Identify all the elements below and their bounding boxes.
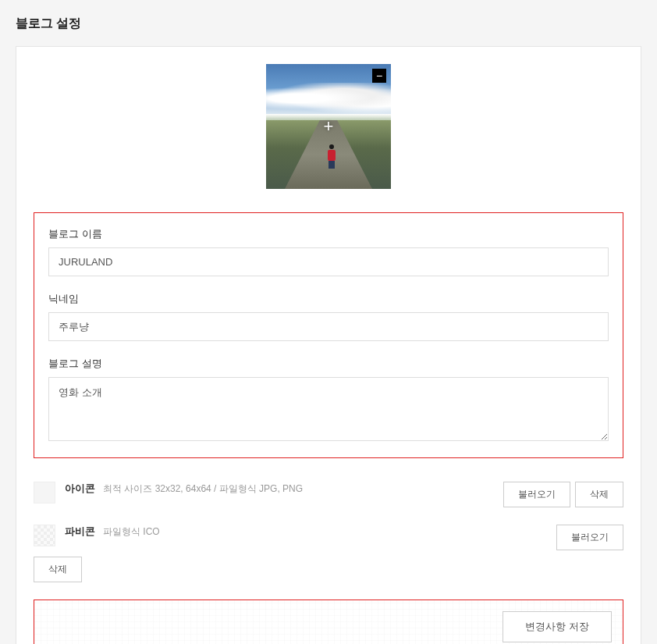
nickname-label: 닉네임 bbox=[48, 292, 609, 306]
icon-hint: 최적 사이즈 32x32, 64x64 / 파일형식 JPG, PNG bbox=[103, 482, 303, 496]
favicon-row: 파비콘 파일형식 ICO 불러오기 삭제 bbox=[34, 525, 623, 582]
icon-thumbnail bbox=[34, 482, 55, 503]
form-box: 블로그 이름 닉네임 블로그 설명 bbox=[34, 212, 623, 458]
icon-load-button[interactable]: 불러오기 bbox=[503, 482, 570, 507]
icon-buttons: 불러오기 삭제 bbox=[503, 482, 623, 507]
blog-name-group: 블로그 이름 bbox=[48, 227, 609, 276]
icon-label: 아이콘 bbox=[65, 482, 95, 496]
nickname-group: 닉네임 bbox=[48, 292, 609, 341]
remove-cover-button[interactable]: − bbox=[372, 69, 386, 83]
favicon-label: 파비콘 bbox=[65, 525, 95, 539]
blog-name-input[interactable] bbox=[48, 247, 609, 276]
icon-label-group: 아이콘 최적 사이즈 32x32, 64x64 / 파일형식 JPG, PNG bbox=[65, 482, 503, 503]
favicon-buttons: 불러오기 bbox=[556, 525, 623, 550]
add-cover-button[interactable]: + bbox=[324, 116, 334, 137]
minus-icon: − bbox=[376, 70, 382, 81]
icon-row: 아이콘 최적 사이즈 32x32, 64x64 / 파일형식 JPG, PNG … bbox=[34, 482, 623, 507]
cover-person bbox=[326, 144, 337, 166]
nickname-input[interactable] bbox=[48, 312, 609, 341]
favicon-load-button[interactable]: 불러오기 bbox=[556, 525, 623, 550]
favicon-delete-button[interactable]: 삭제 bbox=[34, 557, 82, 582]
description-label: 블로그 설명 bbox=[48, 357, 609, 371]
save-button[interactable]: 변경사항 저장 bbox=[503, 611, 612, 642]
save-row: 변경사항 저장 bbox=[34, 600, 623, 644]
blog-name-label: 블로그 이름 bbox=[48, 227, 609, 241]
cover-section: − + bbox=[34, 64, 623, 189]
favicon-label-group: 파비콘 파일형식 ICO bbox=[65, 525, 556, 546]
plus-icon: + bbox=[324, 116, 334, 136]
icon-delete-button[interactable]: 삭제 bbox=[575, 482, 623, 507]
favicon-hint: 파일형식 ICO bbox=[103, 525, 160, 539]
description-group: 블로그 설명 bbox=[48, 357, 609, 443]
description-textarea[interactable] bbox=[48, 377, 609, 441]
page-title: 블로그 설정 bbox=[16, 16, 641, 32]
cover-cloud bbox=[266, 83, 391, 114]
settings-panel: − + 블로그 이름 닉네임 블로그 설명 아이콘 최적 사이즈 32x32, … bbox=[16, 46, 641, 644]
cover-image: − + bbox=[266, 64, 391, 189]
favicon-delete-wrap: 삭제 bbox=[34, 557, 623, 582]
favicon-thumbnail bbox=[34, 525, 55, 546]
